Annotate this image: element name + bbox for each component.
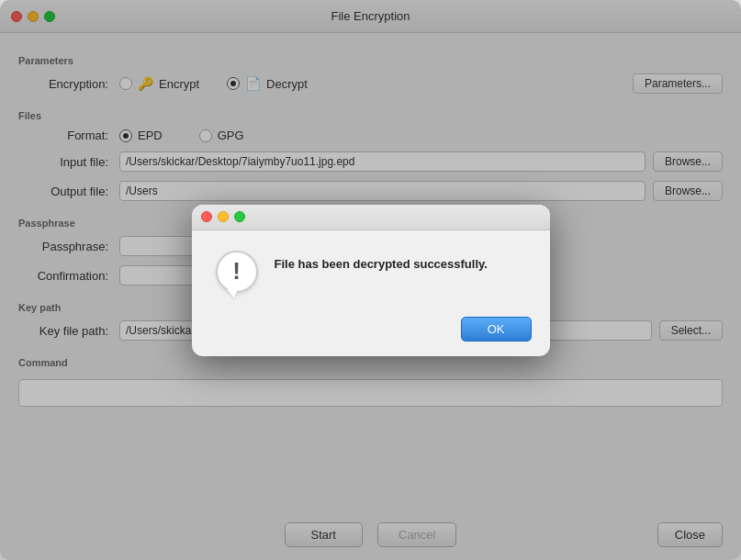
dialog-overlay: ! File has been decrypted successfully. … xyxy=(0,0,741,560)
main-window: File Encryption Parameters Encryption: 🔑… xyxy=(0,0,741,560)
dialog-footer: OK xyxy=(192,313,550,356)
ok-button[interactable]: OK xyxy=(461,317,532,342)
dialog-close-button[interactable] xyxy=(201,211,212,222)
exclamation-icon: ! xyxy=(216,251,258,293)
dialog-title-bar xyxy=(192,205,550,230)
dialog-body: ! File has been decrypted successfully. xyxy=(192,230,550,313)
dialog-message: File has been decrypted successfully. xyxy=(275,249,528,273)
dialog-max-button[interactable] xyxy=(234,211,245,222)
dialog-icon: ! xyxy=(214,249,260,295)
dialog-min-button[interactable] xyxy=(218,211,229,222)
success-dialog: ! File has been decrypted successfully. … xyxy=(192,205,550,356)
